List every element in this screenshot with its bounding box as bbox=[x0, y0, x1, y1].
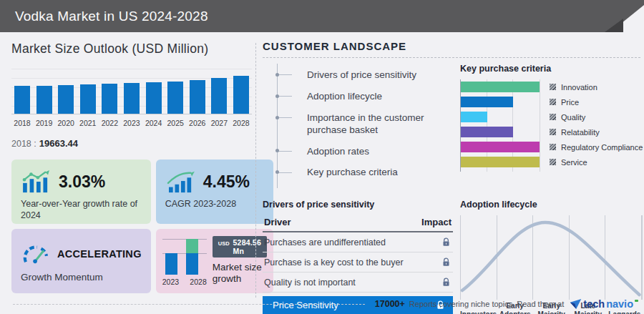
column-impact: Impact bbox=[421, 217, 452, 227]
legend-item: Innovation bbox=[550, 82, 643, 92]
legend-item: Service bbox=[550, 157, 643, 167]
column-driver: Driver bbox=[264, 217, 291, 227]
driver-cell: Quality is not important bbox=[264, 278, 356, 288]
badge-value: 5284.56 Mn bbox=[233, 238, 261, 255]
mini-gridline bbox=[162, 239, 207, 240]
customer-landscape-section: CUSTOMER LANDSCAPE Drivers of price sens… bbox=[263, 40, 640, 314]
market-x-label: 2026 bbox=[188, 119, 207, 129]
legend-label: Innovation bbox=[561, 83, 597, 92]
usd-value-badge: USD 5284.56 Mn bbox=[213, 236, 267, 257]
legend-marker-icon bbox=[550, 114, 556, 120]
momentum-label: Growth Momentum bbox=[21, 272, 142, 283]
landscape-list-item: Drivers of price sensitivity bbox=[278, 69, 439, 82]
dashed-rule bbox=[263, 57, 640, 58]
page-title: Vodka Market in US 2024-2028 bbox=[15, 9, 208, 24]
stat-cards: 3.03% Year-over-Year growth rate of 2024… bbox=[11, 160, 252, 293]
market-bar bbox=[146, 82, 162, 114]
legend-marker-icon bbox=[550, 159, 556, 165]
criteria-bar bbox=[461, 127, 513, 137]
customer-landscape-list: Drivers of price sensitivityAdoption lif… bbox=[277, 64, 453, 188]
market-bar bbox=[14, 86, 30, 114]
market-x-label: 2020 bbox=[57, 119, 75, 129]
legend-marker-icon bbox=[550, 84, 556, 90]
technavio-logo: technavio bbox=[570, 298, 638, 310]
yoy-growth-card: 3.03% Year-over-Year growth rate of 2024 bbox=[11, 160, 151, 224]
mini-year-2023: 2023 bbox=[162, 278, 179, 286]
market-x-label: 2023 bbox=[122, 119, 141, 129]
mini-bar-increment bbox=[186, 239, 198, 253]
legend-marker-icon bbox=[550, 129, 556, 135]
customer-landscape-title: CUSTOMER LANDSCAPE bbox=[263, 40, 640, 53]
market-x-label: 2024 bbox=[145, 119, 163, 129]
market-x-label: 2018 bbox=[13, 119, 31, 129]
market-bar-slot bbox=[188, 80, 207, 114]
yoy-growth-label: Year-over-Year growth rate of 2024 bbox=[21, 199, 142, 221]
adoption-lifecycle-chart bbox=[460, 215, 643, 300]
market-bar bbox=[80, 84, 96, 114]
market-bar-slot bbox=[166, 82, 185, 114]
driver-cell: Purchases are undifferentiated bbox=[264, 237, 386, 247]
badge-currency: USD bbox=[218, 240, 230, 247]
market-bar-slot bbox=[35, 86, 54, 114]
criteria-bar bbox=[461, 82, 540, 92]
key-purchase-criteria-chart bbox=[460, 79, 540, 172]
mini-year-2028: 2028 bbox=[190, 278, 206, 286]
market-bar bbox=[102, 84, 117, 114]
legend-item: Regulatory Compliance bbox=[550, 142, 643, 152]
market-size-section: Market Size Outlook (USD Million) 201820… bbox=[11, 41, 252, 293]
lock-icon bbox=[441, 257, 452, 268]
footer: 17000+ Reports covering niche topics. Re… bbox=[13, 298, 638, 310]
cagr-label: CAGR 2023-2028 bbox=[165, 199, 264, 210]
legend-label: Relatability bbox=[561, 128, 600, 137]
market-x-label: 2028 bbox=[232, 119, 250, 129]
market-x-label: 2021 bbox=[79, 119, 97, 129]
market-size-bar-chart bbox=[11, 69, 252, 114]
brand-part2: navio bbox=[606, 298, 633, 310]
footer-text: Reports covering niche topics. Read them… bbox=[409, 300, 564, 308]
technavio-arrow-icon bbox=[570, 298, 582, 310]
bar-trend-icon bbox=[21, 170, 52, 194]
legend-marker-icon bbox=[550, 144, 556, 150]
growth-mini-chart: 2023 2028 bbox=[162, 235, 207, 288]
market-size-title: Market Size Outlook (USD Million) bbox=[11, 41, 252, 59]
market-x-axis-labels: 2018201920202021202220232024202520262027… bbox=[11, 119, 252, 129]
legend-item: Quality bbox=[550, 112, 643, 122]
market-x-label: 2019 bbox=[35, 119, 54, 129]
market-bar-slot bbox=[79, 84, 97, 114]
bell-curve bbox=[460, 215, 642, 300]
legend-item: Relatability bbox=[550, 127, 643, 137]
mini-bar-2023 bbox=[165, 253, 177, 275]
market-bar bbox=[167, 82, 183, 114]
table-body: Purchases are undifferentiated Purchase … bbox=[263, 232, 453, 293]
key-purchase-criteria-title: Key purchase criteria bbox=[460, 64, 643, 74]
market-bar-slot bbox=[210, 78, 228, 114]
key-purchase-criteria-legend: InnovationPriceQualityRelatabilityRegula… bbox=[550, 79, 643, 172]
yoy-growth-value: 3.03% bbox=[59, 172, 105, 192]
market-x-label: 2022 bbox=[100, 119, 119, 129]
landscape-list-item: Adoption lifecycle bbox=[278, 91, 439, 103]
price-sensitivity-block: Drivers of price sensitivity Driver Impa… bbox=[263, 200, 453, 314]
criteria-bar bbox=[461, 157, 540, 167]
driver-cell: Purchase is a key cost to the buyer bbox=[264, 257, 404, 268]
market-bar bbox=[58, 85, 74, 114]
lock-icon bbox=[441, 237, 452, 247]
table-row: Purchase is a key cost to the buyer bbox=[263, 252, 453, 273]
lock-icon bbox=[441, 277, 452, 288]
table-row: Purchases are undifferentiated bbox=[263, 232, 453, 252]
brand-green-mark bbox=[635, 300, 638, 302]
market-bar bbox=[211, 78, 227, 114]
key-purchase-criteria-block: Key purchase criteria InnovationPriceQua… bbox=[460, 64, 643, 188]
growth-arrow-icon bbox=[165, 170, 197, 194]
legend-item: Price bbox=[550, 97, 643, 107]
market-bar-slot bbox=[232, 76, 250, 114]
price-sensitivity-title: Drivers of price sensitivity bbox=[263, 200, 453, 210]
landscape-list-item: Importance in the customer purchase bask… bbox=[278, 112, 439, 137]
baseline-year: 2018 : bbox=[11, 139, 36, 149]
criteria-bar bbox=[461, 112, 487, 122]
momentum-value: ACCELERATING bbox=[57, 248, 142, 260]
title-bar: Vodka Market in US 2024-2028 bbox=[0, 0, 644, 32]
legend-marker-icon bbox=[550, 99, 556, 105]
market-bar bbox=[233, 76, 249, 114]
market-bar bbox=[36, 86, 52, 114]
legend-label: Regulatory Compliance bbox=[561, 143, 643, 152]
